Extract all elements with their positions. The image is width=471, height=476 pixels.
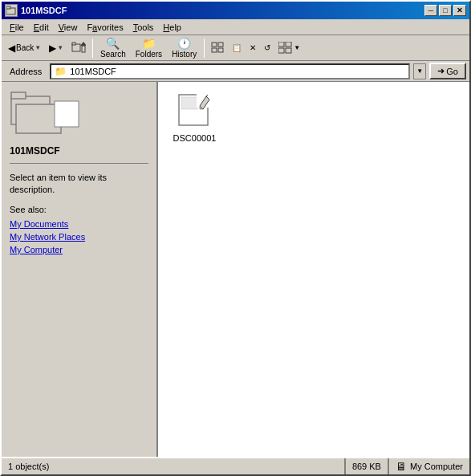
move-to-button[interactable]: [208, 39, 227, 57]
left-panel: 101MSDCF Select an item to view its desc…: [2, 82, 158, 457]
svg-rect-12: [278, 48, 284, 53]
file-icon-container: [176, 92, 214, 130]
svg-rect-7: [218, 43, 223, 47]
search-button[interactable]: 🔍 Search: [96, 35, 130, 61]
statusbar: 1 object(s) 869 KB 🖥 My Computer: [2, 457, 469, 474]
computer-small-icon: 🖥: [396, 460, 407, 473]
search-label: Search: [100, 50, 126, 59]
svg-rect-9: [218, 48, 223, 52]
maximize-button[interactable]: □: [439, 5, 452, 16]
titlebar-folder-icon: [5, 4, 18, 17]
menu-edit[interactable]: Edit: [29, 21, 54, 34]
my-network-places-link[interactable]: My Network Places: [10, 232, 148, 242]
views-dropdown-icon: ▼: [294, 44, 300, 51]
titlebar-buttons: ─ □ ✕: [424, 5, 466, 16]
back-button[interactable]: ◀ Back ▼: [5, 40, 44, 56]
back-arrow-icon: ◀: [8, 43, 15, 54]
panel-folder-icon-area: [10, 90, 148, 142]
views-icon: [278, 42, 293, 55]
window-title: 101MSDCF: [21, 6, 67, 15]
folders-label: Folders: [136, 50, 162, 59]
right-content: DSC00001: [158, 82, 469, 457]
delete-button[interactable]: ✕: [246, 41, 259, 55]
svg-rect-15: [11, 92, 26, 99]
svg-rect-1: [6, 6, 10, 9]
objects-count-text: 1 object(s): [8, 462, 49, 471]
forward-dropdown-icon: ▼: [57, 44, 63, 51]
menu-view[interactable]: View: [54, 21, 83, 34]
my-documents-link[interactable]: My Documents: [10, 219, 148, 229]
svg-rect-17: [55, 101, 79, 127]
svg-rect-10: [278, 42, 284, 47]
computer-label: My Computer: [410, 462, 463, 471]
address-input-container[interactable]: 📁 101MSDCF: [50, 63, 410, 79]
addressbar: Address 📁 101MSDCF ▼ ➜ Go: [2, 61, 469, 82]
content-area: 101MSDCF Select an item to view its desc…: [2, 82, 469, 457]
statusbar-size: 869 KB: [346, 458, 389, 474]
menu-tools[interactable]: Tools: [128, 21, 159, 34]
history-icon: 🕐: [177, 38, 191, 49]
file-label: DSC00001: [173, 133, 217, 143]
go-button[interactable]: ➜ Go: [429, 63, 466, 79]
titlebar-left: 101MSDCF: [5, 4, 67, 17]
panel-divider: [10, 163, 148, 164]
undo-button[interactable]: ↺: [261, 41, 274, 55]
up-button[interactable]: [68, 39, 89, 58]
back-dropdown-icon: ▼: [35, 44, 41, 51]
toolbar-separator-2: [204, 39, 205, 58]
toolbar-separator-1: [92, 39, 93, 58]
titlebar: 101MSDCF ─ □ ✕: [2, 2, 469, 19]
address-dropdown[interactable]: ▼: [413, 63, 426, 79]
forward-button[interactable]: ▶ ▼: [46, 40, 67, 56]
panel-folder-name: 101MSDCF: [10, 145, 148, 157]
history-label: History: [172, 50, 197, 59]
undo-icon: ↺: [264, 43, 270, 52]
panel-description: Select an item to view its description.: [10, 172, 148, 197]
search-icon: 🔍: [106, 38, 120, 49]
menu-favorites[interactable]: Favorites: [82, 21, 128, 34]
menubar: File Edit View Favorites Tools Help: [2, 19, 469, 35]
window: 101MSDCF ─ □ ✕ File Edit View Favorites …: [0, 0, 471, 476]
svg-rect-8: [212, 48, 217, 52]
panel-see-also-label: See also:: [10, 205, 148, 214]
svg-rect-20: [181, 97, 197, 109]
folders-button[interactable]: 📁 Folders: [132, 35, 166, 61]
file-thumbnail-icon: [177, 93, 213, 128]
copy-to-button[interactable]: 📋: [229, 41, 245, 55]
my-computer-link[interactable]: My Computer: [10, 245, 148, 254]
delete-icon: ✕: [250, 43, 256, 52]
address-folder-icon: 📁: [55, 66, 67, 77]
svg-rect-11: [286, 42, 291, 47]
history-button[interactable]: 🕐 History: [168, 35, 201, 61]
svg-marker-5: [80, 42, 86, 46]
menu-file[interactable]: File: [5, 21, 29, 34]
svg-rect-6: [212, 43, 217, 47]
up-icon: [71, 41, 86, 55]
go-arrow-icon: ➜: [437, 66, 445, 76]
large-folder-icon: [10, 90, 90, 142]
minimize-button[interactable]: ─: [424, 5, 437, 16]
copy-icon: 📋: [232, 43, 242, 52]
statusbar-computer: 🖥 My Computer: [389, 458, 469, 474]
statusbar-objects: 1 object(s): [2, 458, 346, 474]
move-icon: [211, 42, 224, 55]
back-label: Back: [16, 43, 34, 52]
menu-help[interactable]: Help: [158, 21, 186, 34]
svg-rect-3: [72, 43, 75, 45]
folders-icon: 📁: [142, 38, 156, 49]
go-label: Go: [446, 67, 458, 76]
toolbar: ◀ Back ▼ ▶ ▼ 🔍 Search 📁 Folders: [2, 35, 469, 61]
svg-rect-13: [286, 48, 291, 53]
address-label: Address: [5, 65, 47, 78]
file-size-text: 869 KB: [352, 462, 381, 471]
svg-rect-4: [82, 46, 85, 52]
forward-arrow-icon: ▶: [49, 43, 56, 54]
views-button[interactable]: ▼: [275, 39, 303, 57]
address-value: 101MSDCF: [70, 67, 116, 76]
file-item[interactable]: DSC00001: [164, 88, 225, 146]
close-button[interactable]: ✕: [453, 5, 466, 16]
